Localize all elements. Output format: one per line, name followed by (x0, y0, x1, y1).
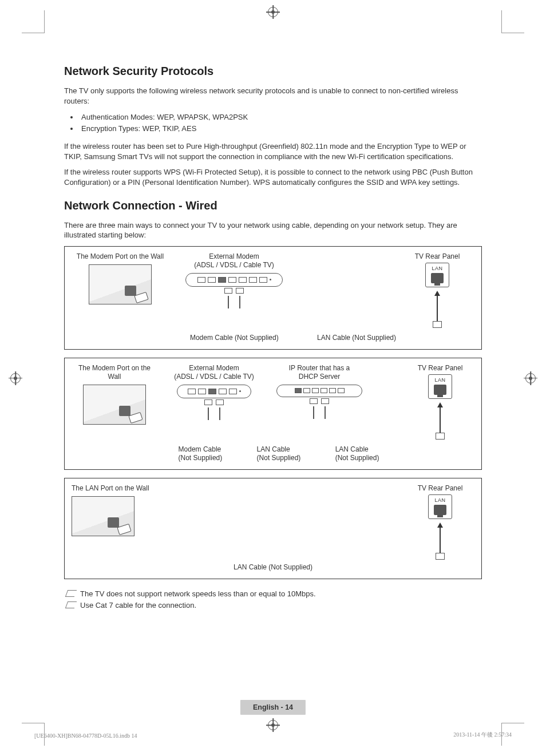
arrow-up-icon (437, 523, 443, 528)
crop-mark-tr (501, 10, 524, 33)
diagram-3: The LAN Port on the Wall TV Rear Panel L… (64, 478, 482, 579)
modem-icon (177, 385, 251, 398)
paragraph-greenfield: If the wireless router has been set to P… (64, 141, 482, 161)
label-tv-rear: TV Rear Panel (418, 484, 463, 492)
label-modem-cable: Modem Cable (Not Supplied) (190, 334, 279, 342)
registration-mark-top (268, 7, 278, 17)
registration-mark-left (10, 373, 21, 383)
page-footer-tab: English - 14 (240, 700, 306, 715)
page-content: Network Security Protocols The TV only s… (64, 60, 482, 693)
bullet-list: Authentication Modes: WEP, WPAPSK, WPA2P… (79, 112, 482, 134)
label-external-modem: External Modem (ADSL / VDSL / Cable TV) (174, 364, 254, 381)
lan-port-icon: LAN (428, 374, 452, 399)
label-lan-cable: LAN Cable (Not Supplied) (234, 563, 312, 571)
wall-plate-icon (83, 385, 146, 425)
label-lan-port-wall: The LAN Port on the Wall (72, 484, 149, 493)
paragraph-wps: If the wireless router supports WPS (Wi-… (64, 167, 482, 187)
heading-security-protocols: Network Security Protocols (64, 65, 482, 78)
label-router: IP Router that has a DHCP Server (289, 364, 350, 381)
cable-plug-icon (436, 553, 445, 560)
note-cat7: Use Cat 7 cable for the connection. (64, 600, 482, 612)
label-modem-port-wall: The Modem Port on the Wall (77, 252, 164, 261)
doc-reference: [UE6400-XH]BN68-04778D-05L16.indb 14 (34, 733, 137, 739)
lan-port-icon: LAN (428, 494, 452, 519)
registration-mark-right (525, 373, 536, 383)
modem-icon (185, 273, 283, 287)
lan-port-icon: LAN (425, 263, 449, 287)
diagram-2: The Modem Port on the Wall External Mode… (64, 358, 482, 470)
label-lan-cable-2line: LAN Cable(Not Supplied) (335, 445, 379, 462)
heading-wired-connection: Network Connection - Wired (64, 199, 482, 212)
note-speed: The TV does not support network speeds l… (64, 588, 482, 600)
router-icon (276, 385, 362, 397)
label-external-modem: External Modem (ADSL / VDSL / Cable TV) (194, 252, 274, 270)
label-modem-port-wall: The Modem Port on the Wall (72, 364, 157, 381)
wall-plate-icon (89, 264, 152, 304)
bullet-encryption-types: Encryption Types: WEP, TKIP, AES (79, 123, 482, 134)
paragraph-wired-intro: There are three main ways to connect you… (64, 220, 482, 240)
label-lan-cable-2line: LAN Cable(Not Supplied) (257, 445, 301, 462)
wall-plate-icon (72, 496, 134, 536)
paragraph-intro: The TV only supports the following wirel… (64, 86, 482, 106)
note-icon (66, 590, 76, 597)
bullet-auth-modes: Authentication Modes: WEP, WPAPSK, WPA2P… (79, 112, 482, 123)
crop-mark-tl (22, 10, 45, 33)
cable-plug-icon (436, 433, 445, 440)
registration-mark-bottom (268, 720, 278, 730)
label-tv-rear: TV Rear Panel (418, 364, 463, 372)
label-tv-rear: TV Rear Panel (415, 252, 460, 260)
arrow-up-icon (434, 291, 440, 296)
cable-plug-icon (433, 321, 442, 328)
arrow-up-icon (437, 402, 443, 407)
doc-timestamp: 2013-11-14 午後 2:57:34 (453, 731, 512, 739)
note-icon (66, 601, 76, 608)
diagram-1: The Modem Port on the Wall External Mode… (64, 246, 482, 350)
label-lan-cable: LAN Cable (Not Supplied) (317, 334, 396, 342)
notes-block: The TV does not support network speeds l… (64, 588, 482, 612)
label-modem-cable-2line: Modem Cable(Not Supplied) (179, 445, 223, 462)
